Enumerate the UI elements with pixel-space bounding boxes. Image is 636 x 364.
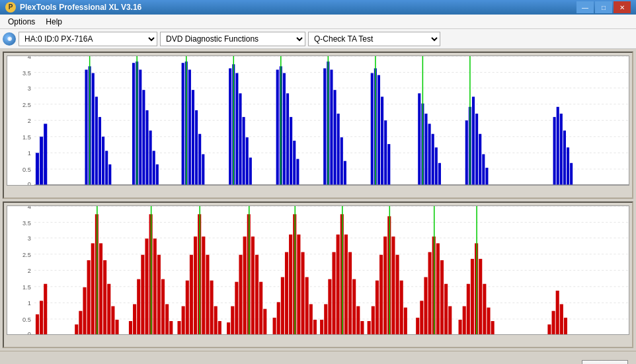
svg-rect-20 bbox=[44, 124, 47, 184]
svg-rect-180 bbox=[263, 309, 266, 334]
svg-rect-191 bbox=[309, 304, 313, 334]
svg-rect-153 bbox=[153, 238, 157, 334]
svg-rect-24 bbox=[95, 96, 98, 184]
svg-text:1: 1 bbox=[28, 300, 31, 307]
function-select[interactable]: DVD Diagnostic Functions bbox=[160, 32, 305, 46]
svg-rect-89 bbox=[475, 114, 478, 184]
svg-rect-201 bbox=[348, 252, 352, 334]
svg-rect-35 bbox=[149, 131, 152, 185]
svg-rect-222 bbox=[436, 243, 440, 334]
svg-rect-192 bbox=[313, 319, 317, 334]
titlebar: P PlexTools Professional XL V3.16 — □ ✕ bbox=[0, 0, 636, 15]
svg-rect-138 bbox=[87, 260, 91, 334]
test-select[interactable]: Q-Check TA Test bbox=[308, 32, 440, 46]
svg-rect-132 bbox=[36, 314, 39, 334]
svg-rect-220 bbox=[428, 252, 432, 334]
svg-text:3: 3 bbox=[28, 85, 31, 92]
svg-rect-186 bbox=[289, 234, 292, 334]
window-controls: — □ ✕ bbox=[576, 1, 631, 13]
svg-rect-228 bbox=[463, 306, 466, 334]
svg-rect-75 bbox=[384, 120, 387, 184]
minimize-button[interactable]: — bbox=[576, 1, 594, 13]
svg-rect-232 bbox=[479, 258, 482, 334]
device-select[interactable]: HA:0 ID:0 PX-716A bbox=[19, 32, 157, 46]
svg-rect-83 bbox=[435, 147, 438, 184]
maximize-button[interactable]: □ bbox=[595, 1, 612, 13]
svg-rect-94 bbox=[553, 117, 556, 184]
svg-rect-43 bbox=[195, 110, 198, 185]
svg-rect-197 bbox=[332, 252, 335, 334]
top-chart: 4 3.5 3 2.5 2 1.5 1 0.5 0 bbox=[3, 52, 633, 199]
svg-rect-169 bbox=[218, 321, 221, 334]
svg-rect-137 bbox=[83, 287, 86, 334]
svg-rect-144 bbox=[111, 306, 114, 334]
svg-rect-28 bbox=[108, 164, 111, 185]
svg-rect-207 bbox=[372, 306, 375, 334]
svg-text:2: 2 bbox=[28, 118, 31, 124]
svg-rect-47 bbox=[229, 68, 231, 184]
close-button[interactable]: ✕ bbox=[614, 1, 631, 13]
menu-options[interactable]: Options bbox=[3, 16, 40, 28]
svg-rect-154 bbox=[157, 254, 161, 334]
svg-rect-135 bbox=[75, 324, 78, 334]
svg-rect-237 bbox=[547, 324, 551, 334]
svg-rect-218 bbox=[420, 301, 423, 334]
bottom-chart: 4 3.5 3 2.5 2 1.5 1 0.5 0 bbox=[3, 201, 633, 349]
svg-rect-188 bbox=[297, 234, 300, 334]
svg-rect-217 bbox=[416, 317, 419, 334]
svg-rect-203 bbox=[356, 306, 360, 334]
svg-rect-173 bbox=[235, 281, 238, 334]
svg-rect-21 bbox=[85, 69, 88, 184]
svg-text:2.5: 2.5 bbox=[22, 251, 31, 258]
svg-rect-160 bbox=[182, 306, 185, 334]
svg-rect-65 bbox=[330, 69, 333, 184]
svg-rect-233 bbox=[483, 283, 486, 334]
svg-text:1.5: 1.5 bbox=[22, 134, 31, 141]
svg-rect-55 bbox=[276, 69, 279, 184]
svg-rect-183 bbox=[277, 302, 280, 334]
svg-rect-97 bbox=[563, 131, 566, 185]
svg-rect-98 bbox=[567, 147, 569, 184]
svg-rect-33 bbox=[142, 90, 145, 184]
svg-rect-58 bbox=[286, 93, 289, 184]
start-button[interactable]: Start bbox=[582, 360, 628, 365]
svg-rect-49 bbox=[235, 73, 238, 185]
svg-rect-25 bbox=[99, 117, 101, 184]
svg-text:0: 0 bbox=[28, 181, 31, 185]
svg-rect-145 bbox=[115, 319, 118, 334]
device-icon: ◉ bbox=[3, 32, 16, 46]
svg-rect-39 bbox=[182, 63, 184, 184]
menu-help[interactable]: Help bbox=[40, 16, 67, 28]
svg-rect-171 bbox=[227, 322, 230, 334]
top-chart-inner: 4 3.5 3 2.5 2 1.5 1 0.5 0 bbox=[7, 55, 629, 186]
svg-rect-177 bbox=[251, 237, 255, 334]
svg-rect-57 bbox=[283, 73, 286, 185]
svg-rect-63 bbox=[323, 68, 326, 184]
svg-rect-133 bbox=[40, 301, 43, 334]
svg-rect-215 bbox=[404, 307, 407, 334]
svg-rect-200 bbox=[344, 234, 348, 334]
svg-rect-36 bbox=[153, 151, 155, 184]
svg-rect-76 bbox=[387, 144, 390, 184]
svg-text:0.5: 0.5 bbox=[22, 166, 31, 173]
top-chart-svg: 4 3.5 3 2.5 2 1.5 1 0.5 0 bbox=[7, 56, 629, 185]
svg-text:2.5: 2.5 bbox=[22, 102, 31, 108]
svg-rect-53 bbox=[249, 158, 252, 185]
svg-text:4: 4 bbox=[28, 56, 31, 60]
svg-rect-202 bbox=[352, 279, 356, 334]
svg-text:0.5: 0.5 bbox=[22, 316, 31, 323]
svg-rect-69 bbox=[344, 161, 346, 185]
svg-rect-179 bbox=[259, 281, 262, 334]
bottom-chart-svg: 4 3.5 3 2.5 2 1.5 1 0.5 0 bbox=[7, 206, 629, 335]
svg-rect-45 bbox=[202, 154, 204, 184]
svg-rect-95 bbox=[557, 107, 559, 185]
svg-rect-190 bbox=[305, 277, 309, 334]
svg-rect-151 bbox=[145, 238, 148, 334]
svg-rect-50 bbox=[239, 93, 241, 184]
svg-text:0: 0 bbox=[28, 330, 31, 334]
svg-rect-71 bbox=[371, 73, 374, 185]
bottom-panel: Jitter: 5 Peak Shift: bbox=[0, 351, 636, 364]
main-area: 4 3.5 3 2.5 2 1.5 1 0.5 0 bbox=[0, 49, 636, 351]
svg-rect-174 bbox=[239, 254, 242, 334]
svg-rect-99 bbox=[570, 163, 573, 185]
